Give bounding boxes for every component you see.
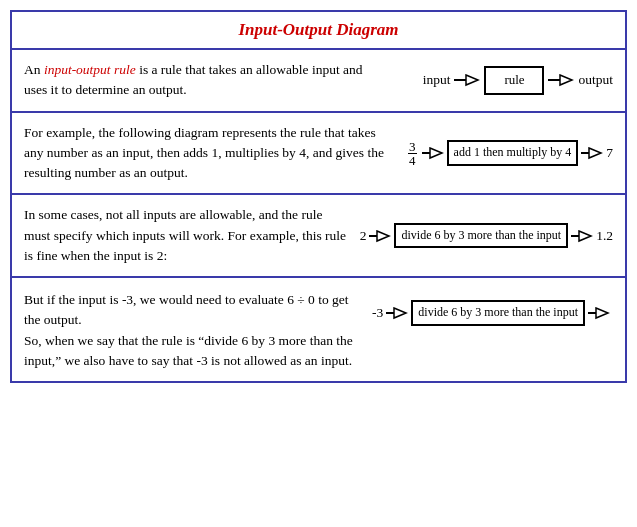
example2-output-value: 1.2 [596,228,613,244]
example2-diagram: 2 divide 6 by 3 more than the input 1.2 [360,223,613,249]
title-row: Input-Output Diagram [12,12,625,50]
svg-marker-5 [430,148,442,158]
example3-arrow-out [586,303,612,323]
example3-input-value: -3 [372,305,383,321]
svg-marker-7 [589,148,601,158]
svg-marker-11 [579,231,591,241]
intro-arrow-out [546,70,576,90]
example1-diagram: 3 4 add 1 then multiply by 4 7 [406,139,613,167]
intro-rule-label: rule [504,72,524,87]
example2-rule-box: divide 6 by 3 more than the input [394,223,568,249]
example3-arrow-in [384,303,410,323]
intro-rule-box: rule [484,66,544,95]
example3-diagram: -3 divide 6 by 3 more than the input [372,300,613,326]
intro-arrow-in [452,70,482,90]
intro-input-label: input [423,72,451,88]
example1-arrow-out [579,143,605,163]
svg-marker-3 [560,75,572,85]
example3-text: But if the input is -3, we would need to… [24,290,360,371]
example2-input-value: 2 [360,228,367,244]
example3-rule-box: divide 6 by 3 more than the input [411,300,585,326]
page-title: Input-Output Diagram [238,20,398,39]
example1-rule-box: add 1 then multiply by 4 [447,140,579,166]
example1-text: For example, the following diagram repre… [24,123,394,184]
example2-arrow-out [569,226,595,246]
example1-input-value: 3 4 [406,139,419,167]
intro-text: An input-output rule is a rule that take… [24,60,381,101]
svg-marker-15 [596,308,608,318]
section-example1: For example, the following diagram repre… [12,113,625,196]
svg-marker-1 [466,75,478,85]
example2-rule-label: divide 6 by 3 more than the input [401,228,561,242]
intro-diagram: input rule output [393,66,613,95]
example3-rule-label: divide 6 by 3 more than the input [418,305,578,319]
example1-arrow-in [420,143,446,163]
section-example2: In some cases, not all inputs are allowa… [12,195,625,278]
example2-text: In some cases, not all inputs are allowa… [24,205,348,266]
section-example3: But if the input is -3, we would need to… [12,278,625,381]
example1-rule-label: add 1 then multiply by 4 [454,145,572,159]
svg-marker-13 [394,308,406,318]
fraction-3-4: 3 4 [408,140,417,167]
example1-output-value: 7 [606,145,613,161]
red-italic-term: input-output rule [44,62,136,77]
section-intro: An input-output rule is a rule that take… [12,50,625,113]
intro-output-label: output [578,72,613,88]
example2-arrow-in [367,226,393,246]
svg-marker-9 [377,231,389,241]
main-container: Input-Output Diagram An input-output rul… [10,10,627,383]
